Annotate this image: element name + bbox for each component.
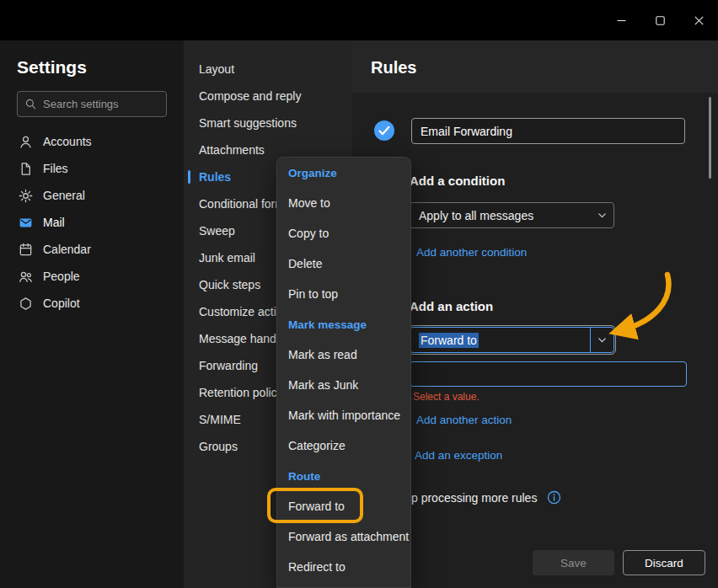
add-exception-link[interactable]: Add an exception bbox=[415, 449, 502, 462]
category-label: Groups bbox=[199, 440, 238, 453]
sidebar-item-label: Accounts bbox=[43, 135, 92, 148]
condition-dropdown-value: Apply to all messages bbox=[419, 209, 533, 222]
settings-sidebar: Settings Accounts Files General Mail Cal… bbox=[0, 40, 184, 588]
maximize-button[interactable] bbox=[640, 0, 679, 40]
calendar-icon bbox=[19, 243, 33, 257]
menu-item-delete[interactable]: Delete bbox=[277, 249, 410, 279]
action-dropdown[interactable]: Forward to bbox=[410, 327, 614, 353]
condition-section-label: Add a condition bbox=[410, 174, 505, 188]
chevron-down-icon bbox=[590, 203, 614, 227]
people-icon bbox=[19, 270, 33, 284]
category-label: Sweep bbox=[199, 224, 235, 238]
action-value-input[interactable] bbox=[410, 361, 687, 387]
search-box[interactable] bbox=[17, 91, 167, 117]
condition-dropdown[interactable]: Apply to all messages bbox=[410, 202, 614, 228]
sidebar-item-label: People bbox=[43, 270, 80, 283]
search-icon bbox=[24, 98, 37, 110]
validation-error: Select a value. bbox=[413, 391, 480, 403]
sidebar-item-label: Calendar bbox=[43, 243, 91, 256]
action-dropdown-value: Forward to bbox=[419, 333, 479, 348]
menu-item-redirect-to[interactable]: Redirect to bbox=[277, 552, 410, 582]
category-item-compose-and-reply[interactable]: Compose and reply bbox=[184, 83, 352, 110]
sidebar-item-label: Files bbox=[43, 162, 68, 175]
menu-item-mark-with-importance[interactable]: Mark with importance bbox=[277, 400, 410, 430]
category-label: Layout bbox=[199, 62, 234, 76]
category-label: Forwarding bbox=[199, 359, 258, 372]
close-button[interactable] bbox=[679, 0, 718, 40]
gear-icon bbox=[19, 189, 33, 203]
check-circle-icon bbox=[373, 120, 395, 142]
menu-item-pin-to-top[interactable]: Pin to top bbox=[277, 279, 410, 309]
close-icon bbox=[694, 16, 704, 25]
sidebar-item-label: General bbox=[43, 189, 85, 202]
menu-header-mark-message: Mark message bbox=[277, 309, 410, 339]
sidebar-item-calendar[interactable]: Calendar bbox=[0, 236, 184, 263]
menu-item-forward-to[interactable]: Forward to bbox=[277, 491, 410, 521]
mail-icon bbox=[19, 216, 33, 230]
search-input[interactable] bbox=[43, 98, 159, 110]
sidebar-item-label: Mail bbox=[43, 216, 65, 229]
sidebar-item-mail[interactable]: Mail bbox=[0, 209, 184, 236]
menu-item-move-to[interactable]: Move to bbox=[277, 188, 410, 218]
add-another-action-link[interactable]: Add another action bbox=[416, 414, 512, 426]
minimize-button[interactable] bbox=[602, 0, 640, 40]
sidebar-item-label: Copilot bbox=[43, 297, 80, 310]
menu-header-route: Route bbox=[277, 461, 410, 491]
file-icon bbox=[19, 162, 33, 176]
sidebar-item-people[interactable]: People bbox=[0, 263, 184, 290]
scrollbar-thumb[interactable] bbox=[709, 97, 711, 179]
person-icon bbox=[19, 135, 33, 149]
menu-item-mark-as-junk[interactable]: Mark as Junk bbox=[277, 370, 410, 400]
rule-name-input[interactable] bbox=[411, 118, 685, 144]
category-label: Rules bbox=[199, 170, 231, 184]
menu-item-forward-as-attachment[interactable]: Forward as attachment bbox=[277, 521, 410, 552]
category-label: S/MIME bbox=[199, 413, 241, 426]
action-menu: Organize Move to Copy to Delete Pin to t… bbox=[276, 157, 411, 588]
settings-title: Settings bbox=[17, 57, 87, 78]
selected-indicator bbox=[188, 170, 190, 184]
menu-item-mark-as-read[interactable]: Mark as read bbox=[277, 339, 410, 370]
stop-processing-row: p processing more rules bbox=[411, 490, 561, 505]
category-label: Quick steps bbox=[199, 278, 260, 291]
titlebar bbox=[0, 0, 718, 40]
rule-enabled-check[interactable] bbox=[373, 120, 395, 142]
action-section-label: Add an action bbox=[410, 299, 493, 313]
menu-header-organize: Organize bbox=[277, 158, 410, 188]
menu-item-categorize[interactable]: Categorize bbox=[277, 430, 410, 461]
category-label: Junk email bbox=[199, 251, 255, 265]
sidebar-item-general[interactable]: General bbox=[0, 182, 184, 209]
save-button[interactable]: Save bbox=[533, 550, 614, 575]
category-label: Attachments bbox=[199, 143, 265, 157]
category-item-smart-suggestions[interactable]: Smart suggestions bbox=[184, 110, 352, 136]
discard-button[interactable]: Discard bbox=[623, 550, 705, 575]
chevron-down-icon bbox=[590, 328, 614, 352]
add-another-condition-link[interactable]: Add another condition bbox=[416, 246, 527, 259]
window-controls bbox=[602, 0, 718, 40]
menu-item-copy-to[interactable]: Copy to bbox=[277, 218, 410, 249]
maximize-icon bbox=[656, 16, 665, 25]
category-item-layout[interactable]: Layout bbox=[184, 56, 352, 83]
minimize-icon bbox=[617, 16, 626, 25]
sidebar-item-copilot[interactable]: Copilot bbox=[0, 290, 184, 317]
info-icon[interactable] bbox=[547, 490, 561, 505]
stop-processing-label: p processing more rules bbox=[411, 491, 537, 505]
copilot-icon bbox=[19, 297, 33, 311]
category-label: Smart suggestions bbox=[199, 116, 297, 130]
rules-header: Rules bbox=[352, 40, 718, 93]
sidebar-item-files[interactable]: Files bbox=[0, 155, 184, 182]
category-label: Compose and reply bbox=[199, 89, 301, 103]
page-title: Rules bbox=[371, 58, 416, 78]
sidebar-item-accounts[interactable]: Accounts bbox=[0, 128, 184, 155]
